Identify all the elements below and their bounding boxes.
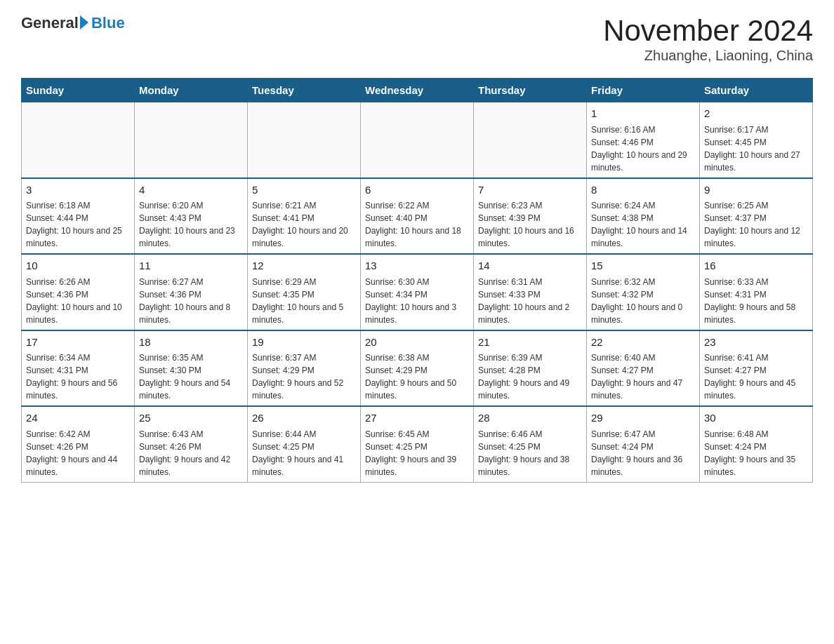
- day-info: Sunrise: 6:46 AM Sunset: 4:25 PM Dayligh…: [478, 428, 582, 478]
- day-number: 30: [704, 410, 808, 427]
- day-number: 5: [252, 182, 356, 199]
- location-text: Zhuanghe, Liaoning, China: [603, 48, 813, 64]
- day-info: Sunrise: 6:44 AM Sunset: 4:25 PM Dayligh…: [252, 428, 356, 478]
- day-info: Sunrise: 6:17 AM Sunset: 4:45 PM Dayligh…: [704, 123, 808, 174]
- calendar-cell: 3Sunrise: 6:18 AM Sunset: 4:44 PM Daylig…: [22, 178, 135, 255]
- calendar-cell: [135, 102, 248, 178]
- calendar-cell: [361, 102, 474, 178]
- day-info: Sunrise: 6:34 AM Sunset: 4:31 PM Dayligh…: [26, 351, 130, 402]
- day-number: 6: [365, 182, 469, 199]
- day-number: 15: [591, 258, 695, 274]
- day-info: Sunrise: 6:22 AM Sunset: 4:40 PM Dayligh…: [365, 199, 469, 250]
- day-info: Sunrise: 6:33 AM Sunset: 4:31 PM Dayligh…: [704, 276, 808, 326]
- logo-blue-text: Blue: [91, 14, 125, 32]
- day-info: Sunrise: 6:25 AM Sunset: 4:37 PM Dayligh…: [704, 199, 808, 250]
- day-number: 21: [478, 335, 582, 351]
- calendar-cell: 17Sunrise: 6:34 AM Sunset: 4:31 PM Dayli…: [22, 330, 135, 407]
- day-header-friday: Friday: [587, 79, 700, 102]
- day-number: 8: [591, 182, 695, 199]
- calendar-cell: 29Sunrise: 6:47 AM Sunset: 4:24 PM Dayli…: [587, 406, 700, 482]
- day-info: Sunrise: 6:21 AM Sunset: 4:41 PM Dayligh…: [252, 199, 356, 250]
- week-row-1: 1Sunrise: 6:16 AM Sunset: 4:46 PM Daylig…: [22, 102, 813, 178]
- day-number: 12: [252, 258, 356, 274]
- day-number: 18: [139, 335, 243, 351]
- day-number: 29: [591, 410, 695, 427]
- title-section: November 2024 Zhuanghe, Liaoning, China: [603, 14, 813, 64]
- calendar-cell: 22Sunrise: 6:40 AM Sunset: 4:27 PM Dayli…: [587, 330, 700, 407]
- day-number: 13: [365, 258, 469, 274]
- day-info: Sunrise: 6:47 AM Sunset: 4:24 PM Dayligh…: [591, 428, 695, 478]
- day-info: Sunrise: 6:16 AM Sunset: 4:46 PM Dayligh…: [591, 123, 695, 174]
- day-number: 27: [365, 410, 469, 427]
- day-number: 17: [26, 335, 130, 351]
- calendar-cell: 15Sunrise: 6:32 AM Sunset: 4:32 PM Dayli…: [587, 254, 700, 330]
- day-info: Sunrise: 6:35 AM Sunset: 4:30 PM Dayligh…: [139, 351, 243, 402]
- day-number: 14: [478, 258, 582, 274]
- week-row-2: 3Sunrise: 6:18 AM Sunset: 4:44 PM Daylig…: [22, 178, 813, 255]
- month-title: November 2024: [603, 14, 813, 48]
- day-number: 4: [139, 182, 243, 199]
- day-header-thursday: Thursday: [474, 79, 587, 102]
- day-number: 3: [26, 182, 130, 199]
- calendar-cell: 14Sunrise: 6:31 AM Sunset: 4:33 PM Dayli…: [474, 254, 587, 330]
- day-info: Sunrise: 6:29 AM Sunset: 4:35 PM Dayligh…: [252, 276, 356, 326]
- day-info: Sunrise: 6:38 AM Sunset: 4:29 PM Dayligh…: [365, 351, 469, 402]
- calendar-cell: 12Sunrise: 6:29 AM Sunset: 4:35 PM Dayli…: [248, 254, 361, 330]
- calendar-cell: 30Sunrise: 6:48 AM Sunset: 4:24 PM Dayli…: [700, 406, 813, 482]
- calendar-cell: 27Sunrise: 6:45 AM Sunset: 4:25 PM Dayli…: [361, 406, 474, 482]
- calendar-cell: 11Sunrise: 6:27 AM Sunset: 4:36 PM Dayli…: [135, 254, 248, 330]
- calendar-table: SundayMondayTuesdayWednesdayThursdayFrid…: [21, 78, 813, 483]
- day-info: Sunrise: 6:42 AM Sunset: 4:26 PM Dayligh…: [26, 428, 130, 478]
- day-header-tuesday: Tuesday: [248, 79, 361, 102]
- calendar-cell: 6Sunrise: 6:22 AM Sunset: 4:40 PM Daylig…: [361, 178, 474, 255]
- day-header-sunday: Sunday: [22, 79, 135, 102]
- day-number: 1: [591, 106, 695, 122]
- week-row-5: 24Sunrise: 6:42 AM Sunset: 4:26 PM Dayli…: [22, 406, 813, 482]
- day-info: Sunrise: 6:48 AM Sunset: 4:24 PM Dayligh…: [704, 428, 808, 478]
- day-info: Sunrise: 6:27 AM Sunset: 4:36 PM Dayligh…: [139, 276, 243, 326]
- day-number: 23: [704, 335, 808, 351]
- day-info: Sunrise: 6:24 AM Sunset: 4:38 PM Dayligh…: [591, 199, 695, 250]
- calendar-cell: [248, 102, 361, 178]
- calendar-cell: 18Sunrise: 6:35 AM Sunset: 4:30 PM Dayli…: [135, 330, 248, 407]
- calendar-cell: 13Sunrise: 6:30 AM Sunset: 4:34 PM Dayli…: [361, 254, 474, 330]
- day-info: Sunrise: 6:32 AM Sunset: 4:32 PM Dayligh…: [591, 276, 695, 326]
- day-number: 24: [26, 410, 130, 427]
- day-info: Sunrise: 6:31 AM Sunset: 4:33 PM Dayligh…: [478, 276, 582, 326]
- day-header-monday: Monday: [135, 79, 248, 102]
- calendar-cell: 10Sunrise: 6:26 AM Sunset: 4:36 PM Dayli…: [22, 254, 135, 330]
- day-info: Sunrise: 6:30 AM Sunset: 4:34 PM Dayligh…: [365, 276, 469, 326]
- calendar-cell: 28Sunrise: 6:46 AM Sunset: 4:25 PM Dayli…: [474, 406, 587, 482]
- day-number: 9: [704, 182, 808, 199]
- day-info: Sunrise: 6:40 AM Sunset: 4:27 PM Dayligh…: [591, 351, 695, 402]
- day-header-saturday: Saturday: [700, 79, 813, 102]
- calendar-cell: 20Sunrise: 6:38 AM Sunset: 4:29 PM Dayli…: [361, 330, 474, 407]
- calendar-cell: 7Sunrise: 6:23 AM Sunset: 4:39 PM Daylig…: [474, 178, 587, 255]
- day-info: Sunrise: 6:43 AM Sunset: 4:26 PM Dayligh…: [139, 428, 243, 478]
- day-number: 11: [139, 258, 243, 274]
- logo-general-text: General: [21, 14, 79, 32]
- day-number: 10: [26, 258, 130, 274]
- calendar-cell: 1Sunrise: 6:16 AM Sunset: 4:46 PM Daylig…: [587, 102, 700, 178]
- calendar-cell: 23Sunrise: 6:41 AM Sunset: 4:27 PM Dayli…: [700, 330, 813, 407]
- calendar-cell: 19Sunrise: 6:37 AM Sunset: 4:29 PM Dayli…: [248, 330, 361, 407]
- day-info: Sunrise: 6:37 AM Sunset: 4:29 PM Dayligh…: [252, 351, 356, 402]
- day-info: Sunrise: 6:20 AM Sunset: 4:43 PM Dayligh…: [139, 199, 243, 250]
- calendar-cell: 5Sunrise: 6:21 AM Sunset: 4:41 PM Daylig…: [248, 178, 361, 255]
- day-number: 28: [478, 410, 582, 427]
- week-row-4: 17Sunrise: 6:34 AM Sunset: 4:31 PM Dayli…: [22, 330, 813, 407]
- day-number: 19: [252, 335, 356, 351]
- page-header: General Blue November 2024 Zhuanghe, Lia…: [21, 14, 813, 64]
- calendar-cell: 8Sunrise: 6:24 AM Sunset: 4:38 PM Daylig…: [587, 178, 700, 255]
- calendar-cell: 21Sunrise: 6:39 AM Sunset: 4:28 PM Dayli…: [474, 330, 587, 407]
- calendar-cell: 2Sunrise: 6:17 AM Sunset: 4:45 PM Daylig…: [700, 102, 813, 178]
- calendar-cell: [22, 102, 135, 178]
- day-info: Sunrise: 6:39 AM Sunset: 4:28 PM Dayligh…: [478, 351, 582, 402]
- day-number: 22: [591, 335, 695, 351]
- day-info: Sunrise: 6:26 AM Sunset: 4:36 PM Dayligh…: [26, 276, 130, 326]
- day-number: 16: [704, 258, 808, 274]
- calendar-cell: 25Sunrise: 6:43 AM Sunset: 4:26 PM Dayli…: [135, 406, 248, 482]
- day-info: Sunrise: 6:23 AM Sunset: 4:39 PM Dayligh…: [478, 199, 582, 250]
- calendar-cell: [474, 102, 587, 178]
- calendar-cell: 4Sunrise: 6:20 AM Sunset: 4:43 PM Daylig…: [135, 178, 248, 255]
